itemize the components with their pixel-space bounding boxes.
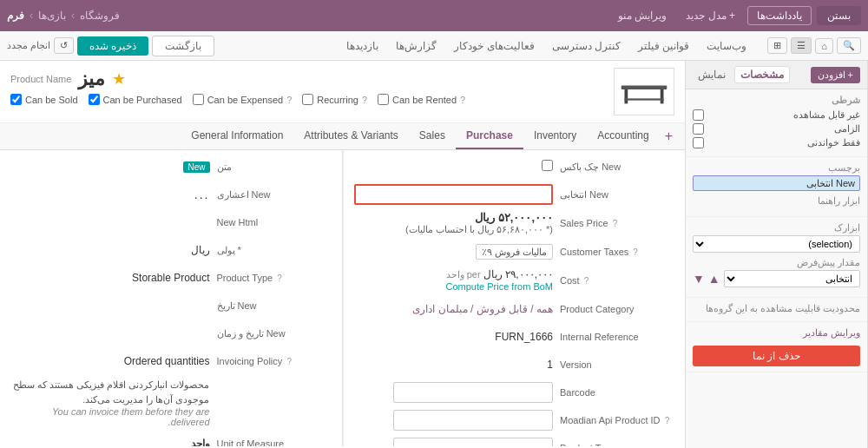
website-button[interactable]: وب‌سایت — [700, 37, 753, 55]
default-select[interactable]: انتخابی — [724, 270, 860, 287]
second-bar: 🔍 ⌂ ☰ ⊞ وب‌سایت قوانین فیلتر کنترل دسترس… — [0, 31, 868, 61]
barcode-row: Barcode — [354, 381, 675, 404]
label-field: برچسب — [693, 162, 860, 191]
compute-price-link[interactable]: Compute Price from BoM — [446, 281, 553, 292]
star-icon[interactable]: ★ — [112, 69, 126, 89]
product-image-svg — [618, 72, 670, 111]
product-category-row: Product Category همه / قابل فروش / مبلما… — [354, 298, 675, 320]
edit-values-link[interactable]: ویرایش مقادیر — [693, 327, 860, 339]
tab-accounting[interactable]: Accounting — [587, 123, 659, 149]
add-button[interactable]: + افزودن — [811, 67, 860, 83]
moadian-label: ? Moadian Api Product ID — [553, 415, 674, 425]
sales-price-help[interactable]: ? — [613, 219, 618, 228]
label-input[interactable] — [693, 175, 860, 191]
required-checkbox-item: الزامی — [693, 123, 860, 135]
invoicing-label: ? Invoicing Policy — [210, 356, 332, 366]
tab-sales[interactable]: Sales — [409, 123, 456, 149]
cost-label: ? Cost — [553, 275, 674, 286]
recurring-help-icon[interactable]: ? — [362, 95, 367, 105]
tab-specs[interactable]: مشخصات — [734, 66, 790, 83]
can-be-rented-checkbox[interactable] — [378, 94, 389, 105]
add-tab-button[interactable]: + — [660, 125, 678, 148]
readonly-checkbox[interactable] — [693, 137, 704, 148]
select-new-row: New انتخابی — [354, 183, 675, 206]
rented-help-icon[interactable]: ? — [460, 95, 465, 105]
sales-price-value: ۵۲,۰۰۰,۰۰۰ ریال (* ۵۶,۶۸۰,۰۰۰ ریال با اح… — [354, 211, 554, 235]
search-button[interactable]: 🔍 — [837, 37, 861, 54]
product-type-help[interactable]: ? — [277, 273, 282, 283]
product-header: ★ میز Product Name ? Can be Rented ? Rec… — [0, 61, 685, 123]
product-tags-input[interactable] — [393, 438, 553, 446]
product-tags-value — [354, 438, 554, 446]
default-down-btn[interactable]: ▼ — [693, 272, 705, 286]
tab-display[interactable]: نمایش — [693, 66, 731, 83]
tab-general-info[interactable]: General Information — [181, 123, 293, 149]
sales-price-tax: (* ۵۶,۶۸۰,۰۰۰ ریال با احتساب مالیات) — [354, 224, 554, 235]
auto-actions-button[interactable]: فعالیت‌های خودکار — [447, 37, 541, 55]
tab-attributes[interactable]: Attributes & Variants — [293, 123, 409, 149]
recurring-checkbox[interactable] — [302, 94, 313, 105]
cost-help[interactable]: ? — [584, 276, 589, 286]
sales-price-label: ? Sales Price — [553, 218, 674, 228]
moadian-input[interactable] — [393, 410, 553, 431]
moadian-help[interactable]: ? — [665, 416, 670, 425]
can-be-sold-checkbox[interactable] — [10, 94, 22, 105]
currency-value: ریال — [10, 244, 210, 256]
tab-inventory[interactable]: Inventory — [523, 123, 587, 149]
discard-button[interactable]: بازگشت — [152, 36, 214, 56]
sidebar-tabs: مشخصات نمایش — [693, 66, 790, 83]
customer-taxes-help[interactable]: ? — [633, 247, 638, 257]
reports-button[interactable]: گزارش‌ها — [389, 37, 444, 55]
category-link[interactable]: همه / قابل فروش / مبلمان اداری — [412, 303, 553, 315]
expensed-help-icon[interactable]: ? — [286, 95, 292, 105]
right-sidebar: + افزودن مشخصات نمایش شرطی غیر قابل مشاه… — [686, 61, 868, 448]
breadcrumb-games[interactable]: بازی‌ها — [38, 10, 66, 22]
tools-field: ابزار راهنما — [693, 195, 860, 207]
notes-button[interactable]: یادداشت‌ها — [747, 6, 812, 25]
sale-section-title: شرطی — [693, 95, 860, 106]
breadcrumb-store[interactable]: فروشگاه — [80, 10, 120, 22]
select-new-input[interactable] — [354, 184, 554, 205]
indicator-row: New اعشاری ... — [10, 183, 332, 206]
recurring-item: ? Recurring — [302, 94, 367, 105]
invoicing-help[interactable]: ? — [286, 357, 292, 366]
breadcrumb-divider2: › — [30, 10, 33, 22]
product-type-value: Storable Product — [10, 272, 210, 284]
can-be-rented-item: ? Can be Rented — [378, 94, 465, 105]
invisible-checkbox[interactable] — [693, 109, 704, 121]
default-up-btn[interactable]: ▲ — [708, 272, 720, 286]
barcode-label: Barcode — [553, 387, 674, 398]
required-checkbox[interactable] — [693, 123, 704, 135]
tab-purchase[interactable]: Purchase — [456, 123, 523, 149]
redo-button[interactable]: ↺ — [54, 37, 74, 54]
grid-view-button[interactable]: ⊞ — [767, 37, 787, 54]
sidebar-visibility-section: شرطی غیر قابل مشاهده الزامی فقط خواندنی — [686, 89, 867, 157]
filter-rules-button[interactable]: قوانین فیلتر — [631, 37, 696, 55]
edit-menu-button[interactable]: ویرایش منو — [611, 7, 674, 24]
check-new-checkbox[interactable] — [542, 160, 553, 171]
product-category-value: همه / قابل فروش / مبلمان اداری — [354, 303, 554, 315]
svg-rect-3 — [625, 98, 664, 100]
delete-button[interactable]: حذف از نما — [693, 346, 860, 366]
list-view-button[interactable]: ☰ — [791, 37, 812, 54]
can-be-purchased-item: Can be Purchased — [89, 94, 182, 105]
can-be-purchased-checkbox[interactable] — [89, 94, 100, 105]
breadcrumb-form: فرم — [7, 10, 24, 22]
tax-badge[interactable]: مالیات فروش ۹٪ — [476, 244, 553, 260]
product-name-row: ★ میز Product Name — [10, 68, 603, 90]
widget-select[interactable]: (selection) — [693, 235, 860, 253]
tours-button[interactable]: بازدیدها — [339, 37, 385, 55]
can-be-expensed-checkbox[interactable] — [193, 94, 204, 105]
internal-ref-value: FURN_1666 — [354, 331, 554, 343]
save-button[interactable]: ذخیره شده — [77, 36, 148, 56]
access-control-button[interactable]: کنترل دسترسی — [545, 37, 628, 55]
barcode-input[interactable] — [393, 382, 553, 403]
html-row: New Html — [10, 211, 332, 234]
select-new-value — [354, 184, 554, 205]
product-info: ★ میز Product Name ? Can be Rented ? Rec… — [10, 68, 603, 105]
invoicing-value: Ordered quantities — [10, 355, 210, 367]
home-button[interactable]: ⌂ — [815, 38, 833, 54]
back-button[interactable]: بستن — [817, 6, 861, 25]
new-model-button[interactable]: + مدل جدید — [679, 7, 742, 24]
can-be-purchased-label: Can be Purchased — [103, 95, 182, 105]
